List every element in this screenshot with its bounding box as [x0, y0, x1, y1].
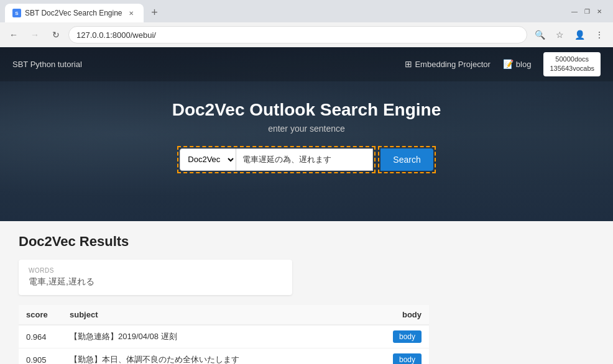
navbar-brand: SBT Python tutorial: [12, 60, 82, 69]
embedding-projector-link[interactable]: ⊞ Embedding Projector: [405, 59, 490, 69]
reload-button[interactable]: ↻: [47, 26, 65, 43]
stats-vocabs: 135643vocabs: [550, 64, 594, 73]
maximize-button[interactable]: ❐: [583, 7, 591, 15]
body-button[interactable]: body: [393, 353, 422, 364]
results-table: score subject body 0.964 【勤急連絡】2019/04/0…: [19, 305, 429, 364]
page-content: SBT Python tutorial ⊞ Embedding Projecto…: [0, 47, 613, 364]
back-button[interactable]: ←: [5, 26, 22, 43]
body-cell: body: [385, 325, 429, 348]
search-input-group: Doc2Vec: [177, 146, 376, 173]
table-row: 0.905 【勤急】本日、体調不良のため全休いたします body: [19, 348, 429, 365]
navbar: SBT Python tutorial ⊞ Embedding Projecto…: [0, 47, 613, 81]
minimize-button[interactable]: —: [571, 7, 578, 15]
search-form: Doc2Vec Search: [12, 146, 601, 173]
blog-icon: 📝: [503, 59, 514, 69]
hero-body: Doc2Vec Outlook Search Engine enter your…: [0, 81, 613, 186]
words-card: WORDS 電車,遅延,遅れる: [19, 260, 292, 295]
body-header: body: [385, 305, 429, 325]
search-button[interactable]: Search: [380, 148, 433, 171]
account-icon[interactable]: 👤: [571, 26, 588, 43]
menu-icon[interactable]: ⋮: [591, 26, 608, 43]
results-section: Doc2Vec Results WORDS 電車,遅延,遅れる score su…: [0, 221, 613, 364]
forward-button[interactable]: →: [26, 26, 44, 43]
search-button-group: Search: [378, 146, 435, 173]
new-tab-button[interactable]: +: [146, 4, 164, 21]
active-tab[interactable]: S SBT Doc2Vec Search Engine ✕: [5, 4, 144, 22]
body-button[interactable]: body: [393, 330, 422, 343]
hero-subtitle: enter your sentence: [12, 124, 601, 134]
grid-icon: ⊞: [405, 59, 412, 69]
bookmark-icon[interactable]: ☆: [551, 26, 568, 43]
subject-cell: 【勤急】本日、体調不良のため全休いたします: [62, 348, 385, 365]
hero-section: SBT Python tutorial ⊞ Embedding Projecto…: [0, 47, 613, 221]
tab-close-button[interactable]: ✕: [126, 8, 136, 18]
stats-badge: 50000docs 135643vocabs: [543, 52, 601, 76]
score-cell: 0.964: [19, 325, 62, 348]
address-bar: ← → ↻ 🔍 ☆ 👤 ⋮: [0, 22, 613, 47]
address-input[interactable]: [68, 26, 527, 43]
words-value: 電車,遅延,遅れる: [29, 276, 282, 288]
stats-docs: 50000docs: [550, 55, 594, 64]
body-cell: body: [385, 348, 429, 365]
results-title: Doc2Vec Results: [19, 234, 594, 250]
browser-chrome: S SBT Doc2Vec Search Engine ✕ + — ❐ ✕ ← …: [0, 0, 613, 47]
close-button[interactable]: ✕: [596, 7, 603, 15]
table-header: score subject body: [19, 305, 429, 325]
tab-bar: S SBT Doc2Vec Search Engine ✕ + — ❐ ✕: [0, 0, 613, 22]
words-label: WORDS: [29, 267, 282, 274]
navbar-right: ⊞ Embedding Projector 📝 blog 50000docs 1…: [405, 52, 601, 76]
tab-title: SBT Doc2Vec Search Engine: [25, 9, 122, 17]
blog-link[interactable]: 📝 blog: [503, 59, 532, 69]
subject-header: subject: [62, 305, 385, 325]
score-header: score: [19, 305, 62, 325]
subject-cell: 【勤急連絡】2019/04/08 遅刻: [62, 325, 385, 348]
toolbar-icons: 🔍 ☆ 👤 ⋮: [531, 26, 608, 43]
window-controls: — ❐ ✕: [571, 7, 608, 15]
search-icon[interactable]: 🔍: [531, 26, 548, 43]
search-input[interactable]: [236, 148, 373, 171]
table-row: 0.964 【勤急連絡】2019/04/08 遅刻 body: [19, 325, 429, 348]
tab-favicon: S: [12, 9, 21, 17]
results-tbody: 0.964 【勤急連絡】2019/04/08 遅刻 body 0.905 【勤急…: [19, 325, 429, 364]
algorithm-select[interactable]: Doc2Vec: [180, 148, 236, 171]
score-cell: 0.905: [19, 348, 62, 365]
hero-title: Doc2Vec Outlook Search Engine: [12, 100, 601, 120]
